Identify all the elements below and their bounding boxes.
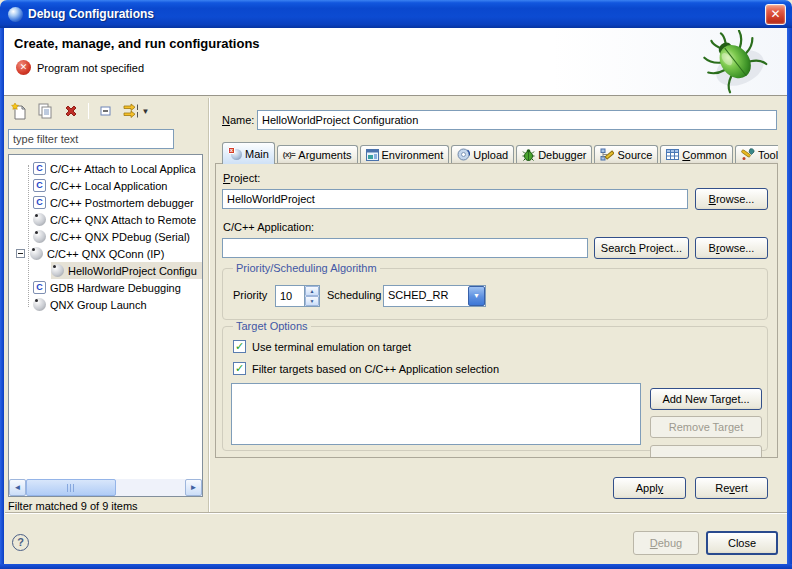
tab-environment[interactable]: Environment (360, 145, 450, 163)
collapse-all-icon (97, 102, 115, 120)
priority-label: Priority (233, 289, 267, 301)
configurations-tree: CC/C++ Attach to Local Applica CC/C++ Lo… (8, 154, 203, 497)
scheduling-label: Scheduling (327, 289, 381, 301)
c-launch-icon: C (33, 179, 46, 192)
checkbox-checked-icon[interactable]: ✓ (233, 340, 246, 353)
filter-targets-checkbox-row[interactable]: ✓ Filter targets based on C/C++ Applicat… (233, 362, 499, 375)
window-border-left (0, 26, 4, 569)
browse-application-button[interactable]: Browse... (695, 237, 768, 259)
close-icon: ✕ (770, 7, 780, 21)
c-launch-icon: C (33, 281, 46, 294)
checkbox-checked-icon[interactable]: ✓ (233, 362, 246, 375)
horizontal-scrollbar[interactable]: ◄ ► (9, 479, 202, 496)
tree-item[interactable]: CC/C++ Postmortem debugger (9, 194, 202, 211)
tree-item[interactable]: CC/C++ Attach to Local Applica (9, 160, 202, 177)
close-button[interactable]: Close (706, 531, 778, 555)
scrollbar-track[interactable] (116, 479, 185, 496)
delete-configuration-button[interactable] (60, 101, 82, 121)
name-input[interactable] (257, 110, 777, 130)
window-border-right (787, 26, 792, 569)
common-table-icon (666, 149, 679, 160)
spinner-up-icon[interactable]: ▲ (305, 286, 319, 296)
tab-upload[interactable]: Upload (451, 145, 514, 163)
qnx-launch-icon (33, 230, 46, 243)
apply-button[interactable]: Apply (613, 477, 686, 499)
new-configuration-button[interactable] (8, 101, 30, 121)
qnx-launch-icon (33, 298, 46, 311)
target-group-title: Target Options (233, 320, 311, 332)
footer-separator (5, 512, 787, 514)
debug-button[interactable]: Debug (633, 531, 699, 555)
panel-sash[interactable] (208, 98, 210, 512)
collapse-all-button[interactable] (95, 101, 117, 121)
tools-icon (741, 148, 755, 161)
combo-arrow-icon[interactable]: ▼ (468, 286, 485, 306)
dropdown-caret-icon: ▼ (142, 107, 150, 116)
environment-icon (366, 149, 379, 161)
remove-target-button[interactable]: Remove Target (650, 416, 762, 438)
window-title: Debug Configurations (28, 7, 765, 21)
copy-icon (36, 102, 54, 120)
project-input[interactable] (222, 189, 688, 209)
tree-item-selected[interactable]: HelloWorldProject Configu (9, 262, 202, 279)
name-label: Name: (222, 114, 254, 126)
qnx-launch-icon (51, 264, 64, 277)
tree-item[interactable]: C/C++ QNX Attach to Remote (9, 211, 202, 228)
scroll-left-arrow[interactable]: ◄ (9, 479, 26, 496)
search-project-button[interactable]: Search Project... (594, 237, 689, 259)
help-button[interactable]: ? (12, 534, 29, 551)
tree-item[interactable]: QNX Group Launch (9, 296, 202, 313)
c-launch-icon: C (33, 162, 46, 175)
scroll-right-arrow[interactable]: ► (185, 479, 202, 496)
tree-item-expanded[interactable]: C/C++ QNX QConn (IP) (9, 245, 202, 262)
main-tab-error-icon: x (228, 147, 242, 160)
filter-icon (123, 103, 144, 120)
qnx-launch-icon (33, 213, 46, 226)
tab-arguments[interactable]: (x)= Arguments (277, 145, 358, 163)
target-list[interactable] (231, 383, 641, 445)
tree-item[interactable]: C/C++ QNX PDebug (Serial) (9, 228, 202, 245)
tab-bar: x Main (x)= Arguments Environment Upload… (222, 142, 778, 164)
debug-configurations-dialog: Debug Configurations ✕ Create, manage, a… (0, 0, 792, 569)
application-label: C/C++ Application: (223, 221, 314, 233)
tab-common[interactable]: Common (660, 145, 733, 163)
revert-button[interactable]: Revert (695, 477, 768, 499)
duplicate-configuration-button[interactable] (34, 101, 56, 121)
launch-toolbar: ▼ (8, 101, 151, 121)
scheduling-combo[interactable]: SCHED_RR ▼ (383, 285, 486, 307)
debugger-bug-icon (522, 148, 535, 161)
collapse-expander-icon[interactable] (16, 249, 25, 258)
browse-project-button[interactable]: Browse... (695, 188, 768, 210)
terminal-emulation-checkbox-row[interactable]: ✓ Use terminal emulation on target (233, 340, 411, 353)
source-lookup-icon (600, 148, 614, 161)
tab-tools[interactable]: Tools (735, 145, 778, 163)
add-new-target-button[interactable]: Add New Target... (650, 388, 762, 410)
priority-spinner[interactable]: ▲▼ (275, 285, 320, 307)
upload-disc-icon (457, 148, 470, 161)
spinner-down-icon[interactable]: ▼ (305, 296, 319, 306)
banner-title: Create, manage, and run configurations (14, 36, 260, 51)
tree-item[interactable]: CC/C++ Local Application (9, 177, 202, 194)
filter-status-text: Filter matched 9 of 9 items (8, 500, 138, 512)
priority-group-title: Priority/Scheduling Algorithm (233, 262, 380, 274)
selection-highlight: HelloWorldProject Configu (51, 262, 202, 279)
tab-source[interactable]: Source (594, 145, 658, 163)
tab-main[interactable]: x Main (222, 142, 275, 164)
filter-launch-configurations-button[interactable]: ▼ (121, 101, 151, 121)
main-tab-content: Project: Browse... C/C++ Application: Se… (215, 163, 778, 458)
app-icon (8, 7, 23, 22)
new-document-icon (10, 102, 28, 120)
priority-scheduling-group: Priority/Scheduling Algorithm Priority ▲… (222, 268, 768, 320)
title-bar[interactable]: Debug Configurations ✕ (0, 0, 792, 28)
window-border-bottom (0, 564, 792, 569)
qnx-launch-icon (30, 247, 43, 260)
tree-item[interactable]: CGDB Hardware Debugging (9, 279, 202, 296)
toolbar-separator (88, 103, 89, 119)
delete-x-icon (63, 103, 79, 119)
scrollbar-thumb[interactable] (26, 479, 116, 496)
close-window-button[interactable]: ✕ (765, 4, 786, 25)
tab-debugger[interactable]: Debugger (516, 145, 592, 163)
priority-value-input[interactable] (276, 286, 304, 306)
filter-input[interactable] (8, 129, 174, 149)
application-input[interactable] (222, 238, 588, 258)
